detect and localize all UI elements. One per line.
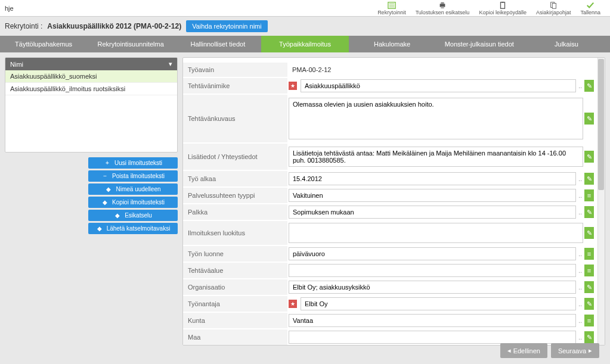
more-icon[interactable]: .. (577, 175, 583, 182)
tehtavankuvaus-input[interactable] (289, 98, 583, 139)
list-icon[interactable] (584, 315, 594, 326)
ilmoituksen-luokitus-label: Ilmoituksen luokitus (183, 221, 287, 245)
breadcrumb: Rekrytointi : Asiakkuuspäällikkö 2012 (P… (0, 17, 610, 36)
more-icon[interactable]: .. (577, 267, 583, 274)
organisaatio-input[interactable] (289, 281, 576, 294)
kunta-input[interactable] (289, 314, 576, 327)
templates-button[interactable]: Asiakirjapohjat (531, 0, 576, 17)
tyon-luonne-input[interactable] (289, 247, 576, 260)
tehtavankuvaus-label: Tehtävänkuvaus (183, 95, 287, 142)
edit-icon[interactable] (584, 151, 594, 163)
list-item[interactable]: Asiakkuuspäällikkö_ilmoitus ruotsiksiksi (5, 83, 177, 95)
lisatiedot-input[interactable] (289, 147, 583, 167)
check-icon (586, 1, 595, 10)
topbar: hje Rekrytoinnit Tulostuksen esikatselu … (0, 0, 610, 17)
tab-hakulomake[interactable]: Hakulomake (349, 36, 436, 52)
new-ad-text-button[interactable]: +Uusi ilmoitusteksti (88, 157, 178, 169)
page-title: Asiakkuuspäällikkö 2012 (PMA-00-2-12) (47, 22, 181, 30)
delete-ad-text-button[interactable]: −Poista ilmoitusteksti (88, 170, 178, 182)
palkka-input[interactable] (289, 206, 576, 219)
footer-nav: ◂Edellinen Seuraava▸ (500, 343, 599, 358)
printer-icon (438, 1, 447, 10)
kunta-label: Kunta (183, 313, 287, 328)
rename-button[interactable]: Vaihda rekrytoinnin nimi (186, 20, 268, 32)
tehtavaalue-label: Tehtäväalue (183, 263, 287, 278)
copy-ad-text-button[interactable]: ◆Kopioi ilmoitusteksti (88, 197, 178, 208)
form-panel: Työavain PMA-00-2-12 Tehtävänimike ★ .. … (182, 57, 605, 346)
prev-button[interactable]: ◂Edellinen (500, 343, 547, 358)
tab-julkaisu[interactable]: Julkaisu (523, 36, 610, 52)
rename-ad-text-button[interactable]: ◆Nimeä uudelleen (88, 183, 178, 195)
clipboard-icon (498, 1, 507, 10)
more-icon[interactable]: .. (577, 300, 583, 307)
print-preview-button[interactable]: Tulostuksen esikatselu (411, 0, 475, 17)
more-icon[interactable]: .. (577, 209, 583, 216)
send-review-button[interactable]: ◆Lähetä katselmoitavaksi (88, 223, 178, 234)
list-icon[interactable] (584, 265, 594, 276)
required-icon: ★ (289, 300, 297, 308)
maa-input[interactable] (289, 331, 576, 344)
tab-monster-julkaisun-tiedot[interactable]: Monster-julkaisun tiedot (436, 36, 523, 52)
tehtavanimike-input[interactable] (301, 79, 576, 92)
tyo-alkaa-label: Työ alkaa (183, 171, 287, 186)
edit-icon[interactable] (584, 331, 594, 343)
edit-icon[interactable] (584, 206, 594, 218)
save-button[interactable]: Tallenna (575, 0, 605, 17)
palvelussuhteen-label: Palvelussuhteen tyyppi (183, 188, 287, 203)
palkka-label: Palkka (183, 204, 287, 220)
more-icon[interactable]: .. (577, 82, 583, 89)
list-icon[interactable] (584, 248, 594, 260)
more-icon[interactable]: .. (577, 334, 583, 341)
tab-tayttolupahakemus[interactable]: Täyttölupahakemus (0, 36, 87, 52)
lisatiedot-label: Lisätiedot / Yhteystiedot (183, 144, 287, 170)
tyoavain-label: Työavain (183, 63, 287, 77)
svg-rect-6 (441, 6, 444, 8)
chevron-left-icon: ◂ (507, 347, 511, 354)
next-button[interactable]: Seuraava▸ (551, 343, 599, 358)
edit-icon[interactable] (584, 227, 594, 239)
edit-icon[interactable] (584, 173, 594, 185)
palvelussuhteen-input[interactable] (289, 189, 576, 202)
scrollbar-thumb[interactable] (598, 59, 604, 190)
help-link[interactable]: hje (5, 5, 14, 12)
edit-icon[interactable] (584, 113, 594, 125)
ilmoituksen-luokitus-input[interactable] (289, 223, 583, 243)
scrollbar[interactable] (597, 58, 605, 345)
ad-text-list: Nimi ▾ Asiakkuuspäällikkö_suomeksi Asiak… (5, 57, 178, 153)
document-icon (549, 1, 558, 10)
sort-icon: ▾ (169, 60, 172, 68)
svg-rect-10 (552, 3, 556, 8)
maa-label: Maa (183, 329, 287, 345)
edit-icon[interactable] (584, 298, 594, 310)
tehtavaalue-input[interactable] (289, 264, 576, 277)
svg-rect-7 (501, 2, 505, 8)
tyon-luonne-label: Työn luonne (183, 246, 287, 262)
list-icon[interactable] (584, 189, 594, 201)
chevron-right-icon: ▸ (589, 347, 592, 354)
edit-icon[interactable] (584, 281, 594, 293)
more-icon[interactable]: .. (577, 317, 583, 324)
more-icon[interactable]: .. (577, 192, 583, 199)
rekrytoinnit-button[interactable]: Rekrytoinnit (373, 0, 411, 17)
tyoavain-value: PMA-00-2-12 (289, 64, 335, 76)
required-icon: ★ (289, 82, 297, 90)
tab-rekrytointisuunnitelma[interactable]: Rekrytointisuunnitelma (87, 36, 174, 52)
tab-hallinnolliset-tiedot[interactable]: Hallinnolliset tiedot (174, 36, 261, 52)
list-item[interactable]: Asiakkuuspäällikkö_suomeksi (5, 70, 177, 83)
svg-rect-5 (441, 2, 444, 4)
list-icon (387, 1, 397, 10)
more-icon[interactable]: .. (577, 284, 583, 291)
breadcrumb-prefix: Rekrytointi : (5, 22, 42, 30)
tab-tyopaikkailmoitus[interactable]: Työpaikkailmoitus (261, 36, 348, 52)
copy-clipboard-button[interactable]: Kopioi leikepöydälle (474, 0, 531, 17)
tyonantaja-input[interactable] (301, 297, 576, 310)
tyonantaja-label: Työnantaja (183, 296, 287, 312)
tyo-alkaa-input[interactable] (289, 172, 576, 185)
preview-button[interactable]: ◆Esikatselu (88, 210, 178, 221)
organisaatio-label: Organisaatio (183, 279, 287, 295)
svg-rect-8 (501, 1, 504, 2)
more-icon[interactable]: .. (577, 250, 583, 257)
list-header[interactable]: Nimi ▾ (5, 58, 177, 70)
edit-icon[interactable] (584, 80, 594, 92)
list-actions: +Uusi ilmoitusteksti −Poista ilmoitustek… (5, 157, 178, 236)
